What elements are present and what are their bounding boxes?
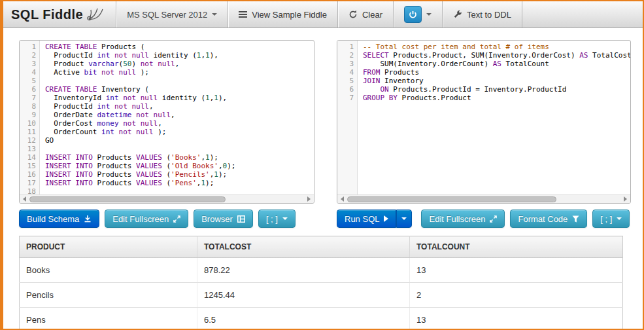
scroll-right-button[interactable] [304, 195, 314, 203]
line-number: 7 [20, 94, 36, 102]
line-number: 3 [337, 60, 354, 68]
app-title: SQL Fiddle [11, 7, 83, 22]
code-line: 3 SUM(Inventory.OrderCount) AS TotalCoun… [337, 60, 630, 68]
download-icon [84, 215, 92, 223]
line-number: 12 [20, 136, 36, 145]
schema-code-area[interactable]: 1CREATE TABLE Products (2 ProductId int … [20, 41, 314, 194]
toolbar: SQL Fiddle MS SQL Server 2012 [3, 1, 643, 28]
scrollbar-thumb[interactable] [347, 196, 556, 202]
editor-area: 1CREATE TABLE Products (2 ProductId int … [19, 40, 631, 204]
scrollbar-thumb[interactable] [29, 196, 226, 202]
line-number: 3 [20, 60, 36, 68]
table-row: Pencils1245.442 [20, 283, 623, 308]
fiddle-logo-icon [86, 7, 105, 22]
code-line: 17INSERT INTO Products VALUES ('Pens',1)… [20, 179, 314, 187]
power-dropdown-caret[interactable] [426, 13, 432, 16]
terminator-query-button[interactable]: [ ; ] [592, 210, 630, 228]
column-header-product: PRODUCT [20, 236, 197, 258]
fullscreen-icon [490, 215, 497, 223]
code-line: 11 OrderCount int not null ); [20, 128, 314, 136]
code-line: 1-- Total cost per item and total # of i… [337, 43, 630, 51]
edit-fullscreen-label: Edit Fullscreen [112, 214, 169, 224]
code-line: 7 InventoryId int not null identity (1,1… [20, 94, 314, 102]
run-sql-split: Run SQL [337, 210, 412, 228]
line-number: 15 [20, 162, 36, 170]
query-editor[interactable]: 1-- Total cost per item and total # of i… [337, 40, 631, 204]
format-code-button[interactable]: Format Code [510, 210, 587, 228]
code-line: 14INSERT INTO Products VALUES ('Books',1… [20, 153, 314, 162]
table-cell: 2 [410, 283, 623, 308]
code-line: 16INSERT INTO Products VALUES ('Pencils'… [20, 170, 314, 179]
line-number: 6 [20, 85, 36, 94]
chevron-down-icon [401, 217, 407, 220]
edit-fullscreen-label: Edit Fullscreen [429, 214, 485, 224]
clear-label: Clear [362, 10, 382, 20]
line-number: 18 [20, 187, 36, 194]
table-row: Books878.2213 [20, 258, 623, 283]
horizontal-scrollbar[interactable] [20, 194, 314, 203]
code-line: 2 ProductId int not null identity (1,1), [20, 51, 314, 60]
code-line: 3 Product varchar(50) not null, [20, 60, 314, 68]
scroll-left-button[interactable] [337, 195, 347, 203]
table-cell: Books [20, 258, 197, 283]
line-number: 7 [337, 94, 354, 102]
line-number: 13 [20, 145, 36, 153]
line-number: 4 [337, 68, 354, 77]
schema-editor[interactable]: 1CREATE TABLE Products (2 ProductId int … [19, 40, 314, 204]
query-code-area[interactable]: 1-- Total cost per item and total # of i… [337, 41, 630, 194]
scroll-left-button[interactable] [20, 195, 29, 203]
code-line: 7GROUP BY Products.Product [337, 94, 630, 102]
wrench-icon [453, 10, 462, 19]
code-line: 1CREATE TABLE Products ( [20, 43, 314, 51]
browser-label: Browser [201, 214, 233, 224]
line-number: 1 [20, 43, 36, 51]
column-header-totalcost: TOTALCOST [197, 236, 410, 258]
edit-fullscreen-schema-button[interactable]: Edit Fullscreen [105, 210, 188, 228]
actions-row: Build Schema Edit Fullscreen Browser [19, 210, 631, 228]
table-cell: 13 [410, 308, 623, 330]
table-cell: 13 [410, 258, 623, 283]
code-line: 18 [20, 187, 314, 194]
code-line: 6CREATE TABLE Inventory ( [20, 85, 314, 94]
edit-fullscreen-query-button[interactable]: Edit Fullscreen [421, 210, 505, 228]
build-schema-button[interactable]: Build Schema [19, 210, 99, 228]
db-version-select[interactable]: MS SQL Server 2012 [116, 1, 228, 28]
view-sample-fiddle-button[interactable]: View Sample Fiddle [228, 1, 338, 28]
line-number: 16 [20, 170, 36, 179]
line-number: 5 [20, 77, 36, 85]
scroll-right-button[interactable] [620, 195, 630, 203]
terminator-label: [ ; ] [266, 214, 278, 224]
view-sample-label: View Sample Fiddle [252, 10, 327, 20]
sql-fiddle-page: SQL Fiddle MS SQL Server 2012 [0, 0, 644, 330]
code-line: 4FROM Products [337, 68, 630, 77]
table-cell: 878.22 [197, 258, 410, 283]
results-header-row: PRODUCT TOTALCOST TOTALCOUNT [20, 236, 623, 258]
power-button[interactable] [404, 6, 422, 23]
filter-icon [572, 215, 579, 223]
run-sql-button[interactable]: Run SQL [337, 210, 396, 228]
table-icon [237, 215, 245, 223]
line-number: 4 [20, 68, 36, 77]
table-cell: 6.5 [197, 308, 410, 330]
text-to-ddl-label: Text to DDL [467, 10, 511, 20]
play-icon [384, 215, 388, 222]
sample-list-icon [239, 10, 247, 18]
code-line: 4 Active bit not null ); [20, 68, 314, 77]
run-sql-dropdown-button[interactable] [396, 210, 412, 228]
horizontal-scrollbar[interactable] [337, 194, 630, 203]
table-cell: Pens [20, 308, 197, 330]
line-number: 10 [20, 119, 36, 128]
line-number: 17 [20, 179, 36, 187]
text-to-ddl-button[interactable]: Text to DDL [443, 1, 522, 28]
power-group [394, 1, 443, 28]
line-number: 5 [337, 77, 354, 85]
terminator-schema-button[interactable]: [ ; ] [258, 210, 296, 228]
schema-actions: Build Schema Edit Fullscreen Browser [19, 210, 314, 228]
browser-button[interactable]: Browser [194, 210, 253, 228]
query-actions: Run SQL Edit Fullscreen Format Code [337, 210, 630, 228]
clear-button[interactable]: Clear [338, 1, 394, 28]
build-schema-label: Build Schema [27, 214, 79, 224]
run-sql-label: Run SQL [345, 214, 379, 224]
line-number: 11 [20, 128, 36, 136]
fullscreen-icon [173, 215, 180, 223]
